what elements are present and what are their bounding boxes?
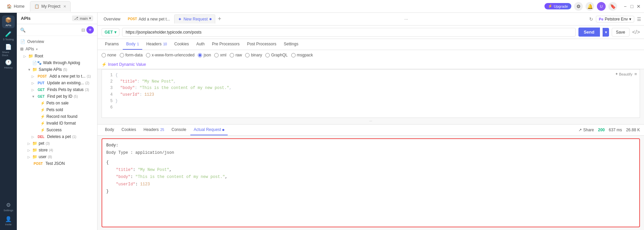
beautify-button[interactable]: ✦ Beautify — [615, 72, 633, 77]
tree-item-pets-on-sale[interactable]: ⚡ Pets on sale — [17, 100, 97, 106]
tree-item-put-update[interactable]: ▷ PUT Update an existing... (2) — [17, 80, 97, 86]
filter-icon[interactable]: ⊟ — [81, 28, 85, 33]
tab-postprocessors[interactable]: Post Processors — [243, 39, 279, 50]
testing-icon: 🧪 — [5, 31, 12, 37]
resp-tab-cookies[interactable]: Cookies — [118, 125, 139, 135]
tree-item-pet[interactable]: ▷ 📁 pet (3) — [17, 140, 97, 147]
tab-headers[interactable]: Headers 10 — [143, 39, 170, 50]
response-stats: ↗ Share 200 637 ms 26.88 K — [578, 128, 640, 132]
share-button[interactable]: ↗ Share — [578, 128, 594, 132]
bookmark-icon[interactable]: 🔖 — [608, 2, 617, 11]
radio-xml[interactable]: xml — [214, 53, 226, 57]
tree-item-post-test-json[interactable]: POST Test JSON — [17, 160, 97, 167]
tree-item-sample-apis[interactable]: ▼ 📁 Sample APIs (5) — [17, 66, 97, 73]
left-panel: APIs ⎇ main ▾ 🔍 ⊟ + 📄 Overview ⊞ — [17, 13, 98, 230]
env-selector[interactable]: Pe Petstore Env ▾ — [596, 16, 634, 22]
tree-item-count: (2) — [85, 81, 89, 85]
list-icon[interactable]: ≡ — [634, 72, 637, 77]
search-input[interactable] — [27, 28, 80, 32]
notifications-icon[interactable]: 🔔 — [585, 2, 594, 11]
body-type-label: Body Type : application/json — [106, 150, 635, 155]
tree-item-user[interactable]: ▷ 📁 user (8) — [17, 153, 97, 160]
tree-item-label: Finds Pets by status — [47, 87, 84, 92]
tree-item-invalid-id[interactable]: ⚡ Invalid ID format — [17, 120, 97, 127]
right-panel: Overview POST Add a new pet t... ✦ New R… — [98, 13, 644, 230]
tree-item-get-find-pet[interactable]: ▼ GET Find pet by ID (5) — [17, 93, 97, 100]
add-api-button[interactable]: + — [86, 26, 94, 34]
history-label: History — [4, 66, 13, 69]
insert-dynamic-value-button[interactable]: ⚡ Insert Dynamic Value — [102, 61, 640, 67]
sidebar-item-testing[interactable]: 🧪 5 Testing — [2, 30, 15, 42]
overview-item[interactable]: 📄 Overview — [17, 38, 97, 45]
radio-urlencoded[interactable]: x-www-form-urlencoded — [146, 53, 194, 57]
tree-item-store[interactable]: ▷ 📁 store (4) — [17, 147, 97, 153]
branch-selector[interactable]: ⎇ main ▾ — [72, 15, 93, 21]
settings-icon[interactable]: ⚙ — [574, 2, 583, 11]
home-tab[interactable]: 🏠 Home — [3, 1, 29, 12]
sidebar-item-history[interactable]: 🕐 History — [2, 58, 15, 71]
tab-new-request-label: New Request — [184, 17, 208, 21]
refresh-icon[interactable]: ↻ — [589, 16, 593, 22]
more-options-button[interactable]: ··· — [404, 16, 408, 21]
url-input[interactable] — [122, 28, 576, 37]
tree-item-get-finds-pets[interactable]: ▷ GET Finds Pets by status (3) — [17, 86, 97, 93]
resp-tab-actual-request[interactable]: Actual Request — [190, 125, 228, 135]
tree-item-root[interactable]: ▷ 📁 Root — [17, 53, 97, 59]
home-tab-label: Home — [14, 4, 25, 9]
method-badge-get: GET — [36, 88, 46, 92]
radio-raw[interactable]: raw — [230, 53, 242, 57]
avatar[interactable]: U — [597, 2, 606, 11]
sidebar-item-settings[interactable]: ⚙ Settings — [2, 200, 15, 213]
plus-icon: ✦ — [178, 16, 182, 22]
send-button[interactable]: Send — [578, 28, 600, 37]
code-toggle-icon[interactable]: </> — [632, 29, 640, 35]
radio-json[interactable]: json — [198, 53, 211, 57]
radio-none[interactable]: none — [102, 53, 116, 57]
apis-section[interactable]: ⊞ APIs ▾ — [17, 45, 97, 53]
tab-post-new-pet[interactable]: POST Add a new pet t... — [124, 15, 174, 23]
resp-tab-body[interactable]: Body — [102, 125, 117, 135]
beautify-label: Beautify — [619, 72, 633, 76]
radio-graphql[interactable]: GraphQL — [265, 53, 288, 57]
tree-item-record-not-found[interactable]: ⚡ Record not found — [17, 113, 97, 120]
chevron-down-icon: ▾ — [629, 17, 631, 21]
sidebar-toggle-icon[interactable]: ☰ — [637, 16, 641, 22]
radio-form-data[interactable]: form-data — [120, 53, 143, 57]
code-editor[interactable]: ✦ Beautify ≡ 1{ 2 "title": "My New Post"… — [102, 69, 640, 118]
send-dropdown-button[interactable]: ▾ — [603, 28, 609, 37]
tree-item-del-pet[interactable]: ▷ DEL Deletes a pet (1) — [17, 133, 97, 140]
sidebar-item-sharedocs[interactable]: 📄 Share Docs — [2, 44, 15, 56]
tab-preprocessors[interactable]: Pre Processors — [209, 39, 243, 50]
close-button[interactable]: ✕ — [636, 4, 641, 9]
add-tab-button[interactable]: + — [216, 15, 223, 23]
resp-tab-headers[interactable]: Headers 25 — [140, 125, 167, 135]
tab-params[interactable]: Params — [102, 39, 122, 50]
maximize-button[interactable]: □ — [629, 4, 635, 9]
tree-item-post-add-pet[interactable]: ▷ POST Add a new pet to t... (1) — [17, 73, 97, 80]
minimize-button[interactable]: − — [622, 4, 628, 9]
panel-divider: ··· — [98, 118, 644, 124]
tree-item-count: (4) — [49, 148, 53, 152]
tab-settings[interactable]: Settings — [280, 39, 302, 50]
tree-item-walkthrough[interactable]: 📄🐾 Walk through Apidog — [17, 59, 97, 66]
radio-binary[interactable]: binary — [245, 53, 262, 57]
close-icon[interactable]: ✕ — [63, 4, 66, 9]
save-button[interactable]: Save — [612, 28, 630, 37]
sidebar-item-apis[interactable]: 📦 APIs — [2, 15, 15, 28]
tab-body[interactable]: Body 1 — [123, 39, 142, 50]
dynamic-value-label: Insert Dynamic Value — [108, 62, 146, 67]
tree-item-pets-sold[interactable]: ⚡ Pets sold — [17, 106, 97, 113]
tab-cookies[interactable]: Cookies — [171, 39, 192, 50]
tab-new-request[interactable]: ✦ New Request — [174, 14, 215, 24]
upgrade-button[interactable]: ⚡ Upgrade — [544, 3, 571, 9]
tab-auth[interactable]: Auth — [193, 39, 208, 50]
method-selector[interactable]: GET ▾ — [102, 28, 119, 36]
radio-msgpack[interactable]: msgpack — [291, 53, 313, 57]
sharedocs-icon: 📄 — [5, 44, 12, 50]
tab-overview[interactable]: Overview — [100, 15, 124, 23]
project-tab[interactable]: 📋 My Project ✕ — [30, 1, 71, 12]
resp-tab-console[interactable]: Console — [168, 125, 190, 135]
tree-item-success[interactable]: ⚡ Success — [17, 127, 97, 133]
request-tabs: Params Body 1 Headers 10 Cookies Auth Pr… — [98, 39, 644, 50]
sidebar-item-invite[interactable]: 👤 Invite — [2, 215, 15, 227]
